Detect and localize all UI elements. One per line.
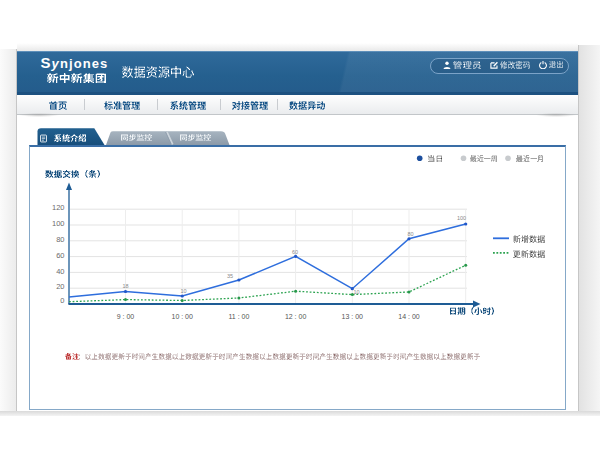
svg-text:11 : 00: 11 : 00 [228, 313, 249, 320]
svg-text:100: 100 [52, 219, 65, 228]
svg-text:14 : 00: 14 : 00 [398, 313, 420, 320]
svg-text:120: 120 [52, 203, 65, 212]
svg-text:12 : 00: 12 : 00 [285, 313, 307, 320]
svg-text:13 : 00: 13 : 00 [342, 313, 364, 320]
svg-text:10: 10 [353, 289, 359, 295]
svg-text:40: 40 [56, 267, 64, 276]
svg-text:18: 18 [122, 283, 128, 289]
svg-text:0: 0 [60, 296, 64, 305]
svg-text:60: 60 [56, 251, 64, 260]
svg-text:10 : 00: 10 : 00 [171, 313, 193, 320]
svg-text:20: 20 [56, 282, 64, 291]
svg-text:100: 100 [457, 215, 466, 221]
svg-text:80: 80 [56, 235, 64, 244]
svg-text:10: 10 [180, 288, 186, 294]
svg-text:9 : 00: 9 : 00 [117, 313, 135, 320]
svg-text:80: 80 [407, 231, 413, 237]
svg-text:60: 60 [292, 249, 298, 255]
svg-text:35: 35 [227, 273, 233, 279]
